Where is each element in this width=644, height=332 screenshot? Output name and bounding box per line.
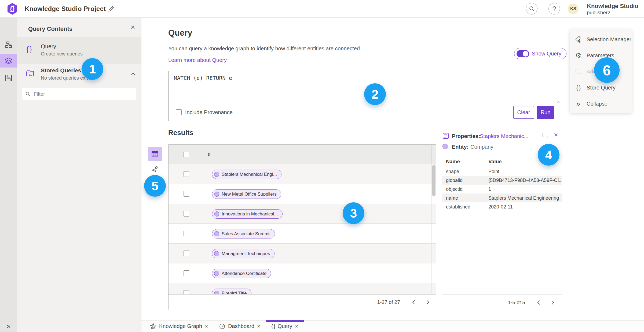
table-row: New Metal Office Suppliers [169, 184, 436, 204]
tab-query[interactable]: { } Query × [266, 320, 304, 332]
help-button[interactable]: ? [548, 3, 560, 14]
properties-table: Name Value shape Point globalid {5D9B471… [442, 159, 562, 211]
entity-value: Company [470, 144, 493, 150]
toggle-track [517, 50, 529, 57]
filter-input[interactable] [34, 91, 133, 97]
sidebar-item-project[interactable] [0, 38, 17, 51]
show-query-toggle[interactable]: Show Query [514, 48, 566, 59]
next-page-icon[interactable] [424, 299, 431, 306]
entity-dot-icon [214, 231, 219, 236]
folder-icon [26, 69, 34, 78]
search-icon [529, 6, 535, 12]
entity-dot-icon [214, 251, 219, 256]
learn-more-link[interactable]: Learn more about Query [168, 57, 227, 63]
row-checkbox[interactable] [184, 211, 189, 217]
entity-pill[interactable]: New Metal Office Suppliers [212, 189, 281, 199]
search-icon [25, 91, 30, 97]
results-pagination: 1-27 of 27 [169, 294, 436, 310]
select-all-checkbox[interactable] [184, 152, 189, 157]
entity-pill[interactable]: Sales Associate Summit [212, 229, 275, 238]
user-avatar[interactable]: KS [568, 3, 579, 14]
previous-page-icon[interactable] [410, 299, 417, 306]
contents-item-query[interactable]: { } Query Create new queries [17, 38, 141, 64]
user-name: Knowledge Studio [587, 3, 638, 10]
run-button[interactable]: Run [537, 106, 554, 119]
table-row: Sales Associate Summit [169, 224, 436, 244]
item-label: Query [41, 43, 56, 50]
menu-item-store-query[interactable]: { } Store Query [570, 80, 632, 96]
query-heading: Query [168, 28, 192, 38]
save-icon [5, 74, 12, 82]
entity-dot-icon [214, 271, 219, 276]
table-row: Innovations in Mechanical... [169, 204, 436, 224]
entity-pill[interactable]: Attendance Certificate [212, 269, 271, 278]
gear-icon: ⚙ [575, 51, 582, 59]
close-panel-icon[interactable]: × [131, 24, 135, 31]
callout-2: 2 [364, 83, 386, 105]
tab-dashboard[interactable]: Dashboard × [214, 320, 266, 332]
clear-button[interactable]: Clear [513, 106, 534, 119]
properties-title: Properties: [452, 133, 480, 139]
entity-pill[interactable]: Firebird Title [212, 289, 251, 295]
chevron-up-icon[interactable] [130, 71, 136, 77]
menu-item-collapse[interactable]: » Collapse [570, 96, 632, 112]
table-view-button[interactable] [148, 147, 162, 161]
column-divider [431, 184, 431, 204]
app-logo-icon [7, 3, 17, 15]
entity-pill[interactable]: Staplers Mechanical Engi... [212, 170, 281, 179]
results-table-header: e [169, 145, 436, 164]
next-page-icon[interactable] [549, 299, 556, 306]
menu-item-selection-manager[interactable]: Selection Manager [570, 31, 632, 47]
close-tab-icon[interactable]: × [295, 323, 298, 329]
filter-field [22, 88, 136, 100]
tab-knowledge-graph[interactable]: Knowledge Graph × [145, 320, 214, 332]
column-divider [431, 204, 431, 223]
callout-5: 5 [144, 175, 166, 197]
row-checkbox[interactable] [184, 231, 189, 236]
divider [442, 294, 562, 295]
add-to-map-icon [575, 68, 582, 75]
sidebar-item-save[interactable] [0, 71, 17, 85]
expand-rail-button[interactable]: » [0, 322, 17, 330]
page-title: Knowledge Studio Project [25, 5, 106, 13]
properties-icon [442, 132, 449, 139]
entity-label: Entity: [452, 144, 469, 150]
entity-pill[interactable]: Managment Techniques [212, 249, 275, 258]
results-table: e Staplers Mechanical Engi... New Metal … [168, 144, 436, 310]
add-to-map-icon[interactable] [542, 132, 549, 139]
edit-title-icon[interactable] [108, 6, 114, 12]
sidebar-item-layers-active[interactable] [0, 54, 17, 68]
table-scrollbar[interactable] [432, 165, 436, 196]
column-name: Name [446, 159, 460, 165]
collapse-icon: » [575, 100, 582, 108]
query-contents-panel: Query Contents × { } Query Create new qu… [17, 18, 141, 332]
row-checkbox[interactable] [184, 171, 189, 177]
entity-dot-icon [442, 144, 448, 149]
column-divider [431, 263, 431, 283]
search-button[interactable] [526, 3, 537, 14]
column-divider [431, 283, 431, 295]
row-checkbox[interactable] [184, 251, 189, 256]
previous-page-icon[interactable] [535, 299, 542, 306]
entity-dot-icon [214, 211, 219, 217]
entity-dot-icon [214, 172, 219, 177]
close-properties-icon[interactable]: × [554, 131, 558, 138]
entity-pill[interactable]: Innovations in Mechanical... [212, 209, 283, 219]
contents-item-stored-queries[interactable]: Stored Queries No stored queries exist [17, 64, 141, 84]
close-tab-icon[interactable]: × [257, 323, 261, 329]
active-tab-indicator [266, 320, 304, 322]
query-textarea[interactable]: MATCH (e) RETURN e [169, 71, 561, 104]
layers-icon [5, 57, 13, 65]
dashboard-gauge-icon [219, 323, 225, 330]
close-tab-icon[interactable]: × [205, 323, 208, 329]
row-checkbox[interactable] [184, 191, 189, 197]
results-heading: Results [168, 129, 193, 137]
include-provenance-checkbox[interactable] [176, 109, 182, 115]
resize-grip-icon[interactable] [556, 100, 560, 103]
callout-3: 3 [343, 202, 364, 224]
property-row: name Staplers Mechanical Engineering [442, 193, 562, 202]
properties-entity-link[interactable]: Staplers Mechanic... [480, 133, 528, 139]
link-chart-view-button[interactable] [150, 164, 160, 174]
row-checkbox[interactable] [184, 270, 189, 276]
item-sublabel: No stored queries exist [41, 75, 90, 81]
